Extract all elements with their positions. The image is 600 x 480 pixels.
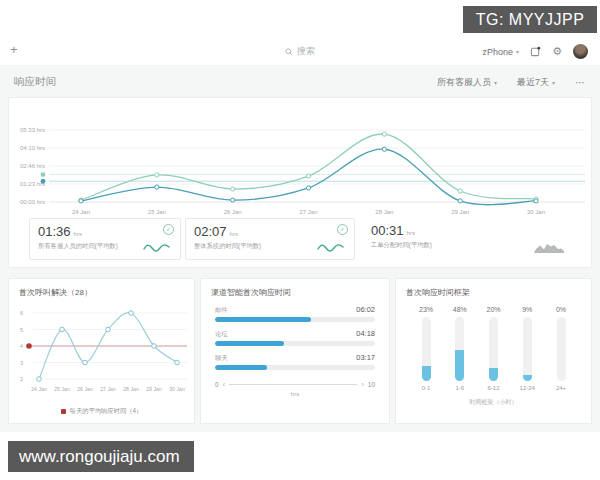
axis-min-label: 0 xyxy=(215,381,219,388)
bar-category-label: 12-24 xyxy=(520,385,535,391)
bar-percent-label: 9% xyxy=(522,306,532,313)
svg-text:3: 3 xyxy=(20,360,23,366)
bar-track xyxy=(455,317,464,381)
axis-max-label: 10 xyxy=(368,381,375,388)
kpi-row: 01:36 hrs 所有客服人员的时间(平均数) ✓ 02:07 hrs 整体系… xyxy=(9,218,591,264)
date-range-label: 最近7天 xyxy=(517,76,549,89)
svg-text:28 Jan: 28 Jan xyxy=(375,209,393,215)
gear-icon[interactable]: ⚙ xyxy=(552,46,562,57)
svg-text:29 Jan: 29 Jan xyxy=(146,386,162,392)
svg-text:26 Jan: 26 Jan xyxy=(224,209,242,215)
check-circle-icon: ✓ xyxy=(337,224,348,235)
svg-text:30 Jan: 30 Jan xyxy=(527,209,545,215)
top-navbar: + 搜索 zPhone ▾ ⚙ xyxy=(0,38,600,66)
check-circle-icon: ✓ xyxy=(163,224,174,235)
zphone-dropdown[interactable]: zPhone ▾ xyxy=(483,47,520,57)
bar-percent-label: 0% xyxy=(556,306,566,313)
bar-track xyxy=(557,317,566,381)
report-header: 响应时间 所有客服人员 ▾ 最近7天 ▾ ⋯ xyxy=(0,70,600,94)
bar-category-label: 24+ xyxy=(556,385,566,391)
frame-bar-column: 0%24+ xyxy=(549,306,573,391)
bar-value-label: 03:17 xyxy=(356,353,375,362)
search-input[interactable]: 搜索 xyxy=(285,38,315,65)
bar-track xyxy=(489,317,498,381)
avatar[interactable] xyxy=(573,44,588,59)
kpi-unit: hrs xyxy=(407,230,415,236)
svg-text:00:00 hrs: 00:00 hrs xyxy=(20,199,45,205)
search-icon xyxy=(285,48,293,56)
bar-category-label: 邮件 xyxy=(215,306,228,315)
agent-filter-dropdown[interactable]: 所有客服人员 ▾ xyxy=(437,76,497,89)
legend-label: 每天的平均响应时间（4） xyxy=(70,407,143,416)
panel-title: 渠道智能首次响应时间 xyxy=(201,279,389,298)
chevron-down-icon: ▾ xyxy=(552,79,555,86)
svg-text:5: 5 xyxy=(20,327,23,333)
channel-bars: 邮件06:02论坛04:18聊天03:17 xyxy=(201,305,389,370)
tg-contact-badge: TG: MYYJJPP xyxy=(463,6,597,33)
scroll-right-icon[interactable]: › xyxy=(361,381,363,388)
svg-text:4: 4 xyxy=(20,343,23,349)
svg-text:02:46 hrs: 02:46 hrs xyxy=(20,163,45,169)
chevron-down-icon: ▾ xyxy=(516,48,519,55)
svg-text:29 Jan: 29 Jan xyxy=(451,209,469,215)
svg-text:27 Jan: 27 Jan xyxy=(299,209,317,215)
frame-bars: 23%0-148%1-620%6-129%12-240%24+ xyxy=(396,298,591,391)
frame-bar-column: 48%1-6 xyxy=(448,306,472,391)
kpi-value: 01:36 xyxy=(38,224,71,239)
bar-category-label: 1-6 xyxy=(455,385,464,391)
more-menu-button[interactable]: ⋯ xyxy=(575,77,586,88)
frame-bar-column: 9%12-24 xyxy=(515,306,539,391)
svg-text:26 Jan: 26 Jan xyxy=(77,386,93,392)
apps-icon[interactable] xyxy=(530,46,541,57)
agent-filter-label: 所有客服人员 xyxy=(437,76,491,89)
sparkline-area-icon xyxy=(534,240,564,254)
svg-text:24 Jan: 24 Jan xyxy=(72,209,90,215)
dashboard-content: 响应时间 所有客服人员 ▾ 最近7天 ▾ ⋯ 05:33 hrs04:10 hr… xyxy=(0,65,600,432)
bar-percent-label: 48% xyxy=(453,306,467,313)
hours-axis: 0 ‹ › 10 xyxy=(215,381,375,388)
kpi-card-system-average: 02:07 hrs 整体系统的时间(平均数) ✓ xyxy=(185,218,355,260)
bar-fill xyxy=(523,375,532,381)
navbar-right-cluster: zPhone ▾ ⚙ xyxy=(483,38,588,65)
kpi-unit: hrs xyxy=(230,231,238,237)
bar-fill xyxy=(422,366,431,381)
channel-bar-row: 论坛04:18 xyxy=(215,329,375,346)
svg-text:6: 6 xyxy=(20,310,23,316)
response-frame-panel: 首次响应时间框架 23%0-148%1-620%6-129%12-240%24+… xyxy=(395,278,592,424)
zphone-label: zPhone xyxy=(483,47,514,57)
date-range-dropdown[interactable]: 最近7天 ▾ xyxy=(517,76,555,89)
report-filters: 所有客服人员 ▾ 最近7天 ▾ ⋯ xyxy=(437,76,586,89)
svg-text:05:33 hrs: 05:33 hrs xyxy=(20,127,45,133)
watermark-badge: www.rongoujiaju.com xyxy=(8,441,194,472)
svg-text:28 Jan: 28 Jan xyxy=(123,386,139,392)
first-call-resolution-chart: 6543224 Jan25 Jan26 Jan27 Jan28 Jan29 Ja… xyxy=(9,301,196,399)
frame-bar-column: 20%6-12 xyxy=(482,306,506,391)
bar-fill xyxy=(489,368,498,381)
frame-axis-label: 时间框架（小时） xyxy=(396,398,591,407)
bar-category-label: 聊天 xyxy=(215,354,228,363)
bar-track xyxy=(215,341,375,346)
bar-percent-label: 23% xyxy=(419,306,433,313)
svg-text:30 Jan: 30 Jan xyxy=(169,386,185,392)
bar-percent-label: 20% xyxy=(486,306,500,313)
svg-text:2: 2 xyxy=(20,376,23,382)
bar-fill xyxy=(215,341,284,346)
chart-legend: 每天的平均响应时间（4） xyxy=(9,407,194,416)
svg-text:04:10 hrs: 04:10 hrs xyxy=(20,145,45,151)
dashboard-page: TG: MYYJJPP + 搜索 zPhone ▾ ⚙ 响应时间 xyxy=(0,0,600,480)
kpi-card-agents-average: 01:36 hrs 所有客服人员的时间(平均数) ✓ xyxy=(29,218,181,260)
sparkline-wave-icon xyxy=(317,241,345,253)
svg-text:25 Jan: 25 Jan xyxy=(54,386,70,392)
add-tab-button[interactable]: + xyxy=(10,42,18,57)
kpi-unit: hrs xyxy=(74,231,82,237)
bar-value-label: 06:02 xyxy=(356,305,375,314)
response-time-panel: 05:33 hrs04:10 hrs02:46 hrs01:23 hrs00:0… xyxy=(8,97,592,268)
svg-text:24 Jan: 24 Jan xyxy=(31,386,47,392)
panel-title: 首次呼叫解决（28） xyxy=(9,279,194,298)
scroll-left-icon[interactable]: ‹ xyxy=(223,381,225,388)
svg-text:27 Jan: 27 Jan xyxy=(100,386,116,392)
bar-track xyxy=(215,317,375,322)
axis-track xyxy=(229,384,357,385)
first-call-resolution-panel: 首次呼叫解决（28） 6543224 Jan25 Jan26 Jan27 Jan… xyxy=(8,278,195,424)
chevron-down-icon: ▾ xyxy=(494,79,497,86)
